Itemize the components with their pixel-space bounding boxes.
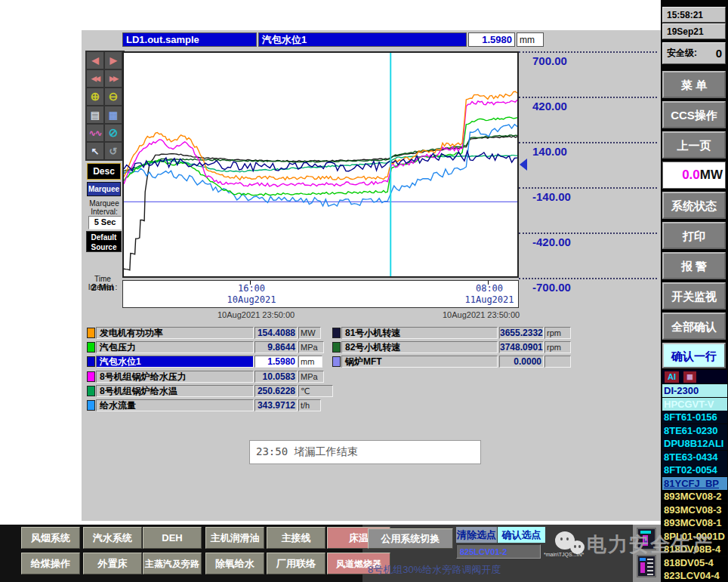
point-name[interactable]: 82号小机转速 (341, 341, 498, 353)
sidebar: 15:58:21 19Sep21 安全级: 0 菜 单 CCS操作 上一页 0.… (661, 0, 728, 582)
nav-button-waizhichuang[interactable]: 外置床 (83, 553, 142, 574)
point-name[interactable]: 8号机组锅炉给水压力 (96, 371, 254, 383)
nav-button-qishui[interactable]: 汽水系统 (83, 527, 142, 549)
point-list-item[interactable]: 893MCV08-1 (662, 516, 727, 529)
grid-view-icon[interactable]: ▦ (104, 106, 122, 124)
nav-button-chuyang[interactable]: 除氧给水 (205, 553, 264, 574)
point-name[interactable]: 81号小机转速 (341, 327, 498, 339)
selected-point-field[interactable]: 825LCV01-2 (456, 544, 541, 559)
series-color-swatch (87, 386, 95, 396)
nav-button-changyong[interactable]: 厂用联络 (267, 553, 325, 574)
trend-point-unit: mm (517, 32, 544, 47)
clear-point-button[interactable]: 清除选点 (456, 527, 497, 543)
point-list-item[interactable]: 893MCV08-2 (662, 490, 727, 503)
system-status-button[interactable]: 系统状态 (662, 192, 726, 219)
confirm-point-button[interactable]: 确认选点 (498, 527, 545, 543)
nav-button-fengyan[interactable]: 风烟系统 (21, 527, 80, 549)
default-source-button[interactable]: Default Source (86, 231, 122, 252)
x-tick-time: 08:00 (436, 283, 542, 294)
point-name[interactable]: 汽包水位1 (96, 356, 254, 368)
trend-window: LD1.out.sample 汽包水位1 1.5980 mm ◀ ▶ ◀◀ ▶▶… (82, 30, 661, 521)
point-list-item[interactable]: HPCGVT-V (662, 398, 727, 411)
value-marker-icon[interactable] (520, 159, 527, 171)
point-list-item[interactable]: DPU8B12ALI (662, 437, 727, 450)
step-back-icon[interactable]: ◀ (86, 51, 104, 69)
point-list-item[interactable]: DI-2300 (662, 384, 727, 397)
pointer-icon[interactable]: ↖ (86, 142, 104, 160)
fast-forward-icon[interactable]: ▶▶ (104, 69, 122, 88)
desc-button[interactable]: Desc (87, 163, 121, 180)
x-tick-date: 10Aug2021 (199, 294, 304, 306)
acknowledge-all-button[interactable]: 全部确认 (662, 313, 726, 340)
power-value: 0.0 (682, 168, 700, 182)
nav-button-zhujiexian[interactable]: 主接线 (267, 527, 325, 549)
nav-button-deh[interactable]: DEH (143, 527, 202, 549)
step-forward-icon[interactable]: ▶ (104, 51, 122, 69)
gridline (519, 232, 657, 234)
point-name[interactable]: 发电机有功功率 (96, 327, 254, 339)
point-name[interactable]: 汽包压力 (96, 341, 254, 353)
acknowledge-row-button[interactable]: 确认一行 (662, 343, 726, 368)
zoom-out-icon[interactable]: ⊖ (104, 88, 122, 106)
switch-monitor-button[interactable]: 开关监视 (662, 282, 726, 309)
y-axis-tick: -140.00 (532, 190, 571, 203)
point-list-item[interactable]: 8TE63-0434 (662, 451, 727, 463)
series-color-swatch (332, 328, 341, 338)
pointer-circle-icon[interactable]: ↺ (104, 142, 122, 160)
window-view-icon[interactable]: ▤ (86, 106, 104, 124)
marquee-interval-value[interactable]: 5 Sec (88, 216, 122, 229)
gridline (519, 51, 657, 53)
point-list-item[interactable]: 823LCV04-4 (662, 569, 727, 582)
table-row[interactable]: 82号小机转速 3748.0901 rpm (327, 341, 576, 353)
series-color-swatch (87, 342, 95, 353)
clock-date: 19Sep21 (662, 23, 726, 39)
table-row-selected[interactable]: 汽包水位1 1.5980 mm (82, 356, 338, 368)
y-axis-tick: 420.00 (532, 100, 567, 112)
nav-button-geimei[interactable]: 给煤操作 (21, 553, 80, 574)
point-list-item[interactable]: 893MCV08-3 (662, 503, 727, 516)
cursor-timestamp-right: 10Aug2021 23:50:00 (443, 310, 520, 319)
security-level: 安全级: 0 (662, 42, 726, 64)
dcs-screen: LD1.out.sample 汽包水位1 1.5980 mm ◀ ▶ ◀◀ ▶▶… (0, 0, 728, 582)
trend-plot[interactable] (122, 51, 519, 278)
previous-page-button[interactable]: 上一页 (662, 131, 726, 159)
series-color-swatch (87, 356, 95, 367)
point-list-item[interactable]: 8FT02-0054 (662, 463, 727, 476)
ai-tab[interactable]: AI (665, 371, 679, 383)
point-name[interactable]: 锅炉MFT (341, 356, 498, 368)
table-row[interactable]: 8号机组锅炉给水温 250.6228 ℃ (82, 385, 338, 397)
point-value: 9.8644 (254, 341, 298, 353)
table-row[interactable]: 汽包压力 9.8644 MPa (82, 341, 338, 353)
ccs-operation-button[interactable]: CCS操作 (662, 101, 726, 128)
nav-button-runhua[interactable]: 主机润滑油 (205, 527, 264, 549)
table-row[interactable]: 81号小机转速 3655.2332 rpm (327, 327, 576, 339)
fast-rewind-icon[interactable]: ◀◀ (86, 69, 104, 88)
table-row[interactable]: 给水流量 343.9712 t/h (82, 399, 338, 411)
point-list-item[interactable]: 8TE61-0230 (662, 424, 727, 437)
table-row[interactable]: 8号机组锅炉给水压力 10.0583 MPa (82, 371, 338, 383)
point-list-item[interactable]: 8FT61-0156 (662, 411, 727, 423)
zoom-in-icon[interactable]: ⊕ (86, 88, 104, 106)
nav-button-zhuzhengqi[interactable]: 主蒸汽及旁路 (143, 553, 202, 574)
point-list-item[interactable]: 81YCFJ_BP (662, 477, 727, 490)
point-name[interactable]: 8号机组锅炉给水温 (96, 385, 254, 397)
alarm-button[interactable]: 报 警 (662, 252, 726, 279)
table-row[interactable]: 锅炉MFT 0.0000 (327, 356, 576, 368)
marquee-button[interactable]: Marquee (87, 182, 121, 196)
x-tick-date: 11Aug2021 (436, 294, 542, 306)
trend-point-name[interactable]: 汽包水位1 (258, 32, 467, 47)
point-list-header: AI ▦ (662, 370, 727, 383)
table-row[interactable]: 发电机有功功率 154.4088 MW (82, 327, 338, 339)
series-color-swatch (87, 328, 95, 338)
point-value: 0.0000 (499, 356, 544, 368)
print-button[interactable]: 打印 (662, 222, 726, 249)
point-name[interactable]: 给水流量 (96, 399, 254, 411)
trend-source-tag[interactable]: LD1.out.sample (122, 32, 257, 47)
cursor-timestamp-left: 10Aug2021 23:50:00 (217, 310, 295, 319)
signal-trace-icon[interactable]: ∿∿ (86, 124, 104, 142)
list-filter-icon[interactable]: ▦ (683, 371, 696, 383)
disable-icon[interactable]: ⊘ (104, 124, 122, 142)
common-system-switch-button[interactable]: 公用系统切换 (368, 528, 453, 549)
menu-button[interactable]: 菜 单 (662, 71, 726, 98)
y-axis-tick: -420.00 (532, 236, 571, 248)
